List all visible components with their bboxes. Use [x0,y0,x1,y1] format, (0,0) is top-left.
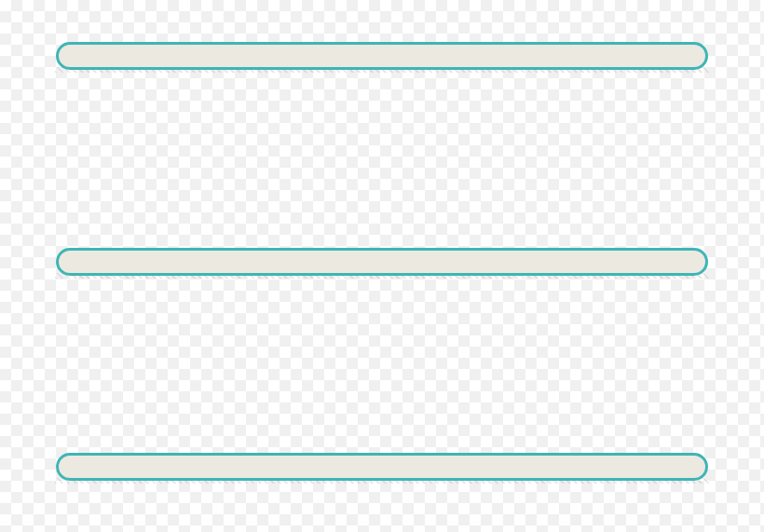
menu-bar-2 [56,248,708,276]
menu-bar-3 [56,453,708,481]
menu-bar-1 [56,42,708,70]
